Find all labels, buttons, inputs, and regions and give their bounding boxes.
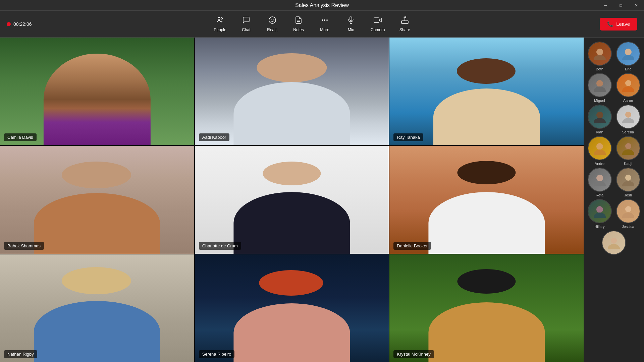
minimize-button[interactable]: ─ — [598, 0, 613, 11]
video-tile-camila[interactable]: Camila Davis — [0, 38, 194, 145]
svg-point-16 — [594, 55, 606, 60]
people-label: People — [214, 27, 226, 32]
participant-hillary[interactable]: Hillary — [586, 199, 613, 229]
chat-icon — [242, 16, 250, 26]
more-button[interactable]: More — [313, 14, 336, 34]
toolbar-center: People Chat React — [208, 14, 417, 34]
maximize-button[interactable]: □ — [613, 0, 629, 11]
participant-avatar-beth — [588, 42, 611, 65]
share-button[interactable]: Share — [393, 14, 417, 34]
participant-avatar-reta — [588, 168, 611, 191]
participant-name-miguel: Miguel — [594, 99, 605, 103]
svg-point-23 — [596, 112, 603, 118]
notes-button[interactable]: Notes — [287, 14, 310, 34]
participant-name-hillary: Hillary — [594, 225, 605, 229]
participant-miguel[interactable]: Miguel — [586, 73, 613, 103]
participant-extra[interactable] — [586, 231, 641, 255]
svg-point-7 — [322, 19, 323, 21]
svg-point-34 — [622, 181, 634, 186]
name-tag-danielle: Danielle Booker — [393, 242, 431, 250]
participant-circle-hillary — [588, 199, 612, 223]
svg-point-0 — [218, 17, 220, 19]
mic-button[interactable]: Mic — [339, 14, 363, 34]
camera-label: Camera — [371, 27, 385, 32]
participant-andre[interactable]: Andre — [586, 136, 613, 166]
name-tag-aadi: Aadi Kapoor — [199, 133, 230, 141]
people-button[interactable]: People — [208, 14, 232, 34]
leave-label: Leave — [616, 21, 630, 27]
participant-circle-aaron — [616, 73, 640, 97]
recording-indicator: 00:22:06 — [7, 21, 32, 27]
more-label: More — [320, 27, 329, 32]
video-tile-aadi[interactable]: Aadi Kapoor — [195, 38, 389, 145]
sidebar-row-extra — [586, 231, 641, 255]
name-tag-serena-r: Serena Ribeiro — [199, 350, 235, 358]
participant-reta[interactable]: Reta — [586, 168, 613, 197]
participant-josh[interactable]: Josh — [615, 168, 641, 197]
participant-circle-kian — [588, 105, 612, 129]
svg-point-38 — [622, 213, 634, 218]
participant-avatar-eric — [617, 42, 640, 65]
participant-aaron[interactable]: Aaron — [615, 73, 641, 103]
participant-circle-andre — [588, 136, 612, 160]
camera-button[interactable]: Camera — [365, 14, 390, 34]
participant-beth[interactable]: Beth — [586, 42, 613, 71]
name-tag-camila: Camila Davis — [4, 133, 37, 141]
svg-point-17 — [625, 49, 632, 55]
video-tile-krystal[interactable]: Krystal McKinney — [389, 254, 584, 362]
participant-eric[interactable]: Eric — [615, 42, 641, 71]
participant-serena[interactable]: Serena — [615, 105, 641, 134]
participant-name-kian: Kian — [596, 130, 603, 134]
name-tag-charlotte: Charlotte de Crum — [199, 242, 241, 250]
svg-point-40 — [608, 244, 620, 249]
sidebar-row-2: Miguel Aaron — [586, 73, 641, 103]
video-tile-ray[interactable]: Ray Tanaka — [389, 38, 584, 145]
react-button[interactable]: React — [261, 14, 284, 34]
chat-label: Chat — [242, 27, 250, 32]
name-tag-ray: Ray Tanaka — [393, 133, 423, 141]
svg-point-22 — [622, 86, 634, 92]
leave-icon: 📞 — [607, 21, 613, 27]
svg-point-28 — [594, 149, 606, 155]
react-icon — [268, 16, 276, 26]
svg-point-9 — [326, 19, 328, 21]
participant-jessica[interactable]: Jessica — [615, 199, 641, 229]
svg-point-25 — [625, 112, 631, 118]
participant-name-kadji: Kadji — [624, 162, 632, 166]
svg-point-1 — [221, 17, 222, 19]
notes-label: Notes — [293, 27, 304, 32]
svg-rect-13 — [374, 18, 379, 22]
title-bar: Sales Analysis Review ─ □ ✕ — [0, 0, 644, 11]
svg-point-24 — [594, 118, 606, 123]
video-tile-nathan[interactable]: Nathan Rigby — [0, 254, 194, 362]
video-tile-babak[interactable]: Babak Shammas — [0, 146, 194, 253]
chat-button[interactable]: Chat — [234, 14, 258, 34]
participant-avatar-josh — [617, 168, 640, 191]
participant-circle-eric — [616, 42, 640, 66]
participant-circle-beth — [588, 42, 612, 66]
video-grid: Camila Davis Aadi Kapoor Ray Tanaka — [0, 38, 584, 362]
participant-kian[interactable]: Kian — [586, 105, 613, 134]
svg-point-19 — [596, 80, 603, 87]
sidebar-row-3: Kian Serena — [586, 105, 641, 134]
participant-name-serena: Serena — [622, 130, 634, 134]
more-icon — [321, 16, 329, 26]
participant-circle-extra — [602, 231, 626, 255]
participant-kadji[interactable]: Kadji — [615, 136, 641, 166]
video-tile-danielle[interactable]: Danielle Booker — [389, 146, 584, 253]
sidebar-participants: Beth Eric — [584, 38, 644, 362]
leave-button[interactable]: 📞 Leave — [600, 18, 637, 31]
video-tile-charlotte[interactable]: Charlotte de Crum — [195, 146, 389, 253]
recording-dot — [7, 22, 11, 26]
svg-point-18 — [622, 55, 634, 60]
video-tile-serena-r[interactable]: Serena Ribeiro — [195, 254, 389, 362]
name-tag-krystal: Krystal McKinney — [393, 350, 434, 358]
participant-name-eric: Eric — [625, 67, 631, 71]
svg-rect-14 — [401, 21, 408, 23]
svg-point-15 — [596, 49, 603, 55]
close-button[interactable]: ✕ — [629, 0, 644, 11]
participant-avatar-andre — [588, 137, 611, 160]
svg-point-26 — [622, 118, 634, 123]
name-tag-nathan: Nathan Rigby — [4, 350, 37, 358]
participant-name-andre: Andre — [595, 162, 604, 166]
